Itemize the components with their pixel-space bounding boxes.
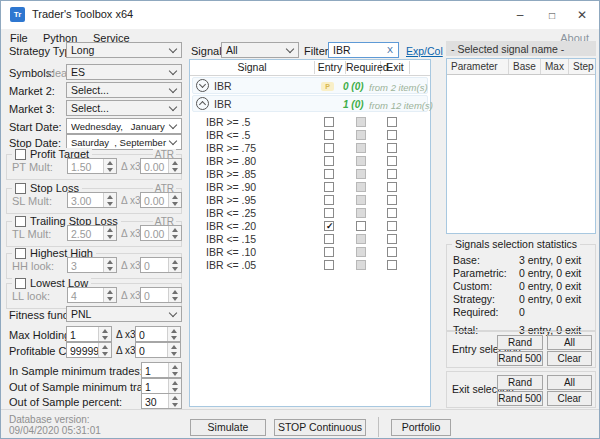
spin-up-icon[interactable] xyxy=(169,258,181,265)
entry-checkbox[interactable] xyxy=(324,221,334,231)
signal-row[interactable]: IBR >= .90 xyxy=(190,180,430,193)
signal-row[interactable]: IBR >= .85 xyxy=(190,167,430,180)
oos-percent-spinner[interactable]: 30 xyxy=(141,393,182,409)
chevron-up-circle-icon[interactable] xyxy=(196,97,209,110)
required-checkbox[interactable] xyxy=(356,260,366,270)
spin-down-icon[interactable] xyxy=(169,233,181,240)
portfolio-button[interactable]: Portfolio xyxy=(391,419,451,436)
entry-checkbox[interactable] xyxy=(324,195,334,205)
signal-row[interactable]: IBR >= .5 xyxy=(190,115,430,128)
entry-all-button[interactable]: All xyxy=(547,335,592,350)
spin-down-icon[interactable] xyxy=(168,350,180,357)
ll-look-spinner[interactable]: 4 xyxy=(67,287,117,303)
spin-down-icon[interactable] xyxy=(104,265,116,272)
spin-up-icon[interactable] xyxy=(169,363,181,370)
signal-row[interactable]: IBR <= .20 xyxy=(190,219,430,232)
tl-delta-spinner[interactable]: 0.00 xyxy=(140,225,182,241)
spin-down-icon[interactable] xyxy=(99,334,111,341)
hh-look-spinner[interactable]: 3 xyxy=(67,257,117,273)
required-checkbox[interactable] xyxy=(356,195,366,205)
filter-input[interactable]: IBR X xyxy=(328,42,399,58)
required-checkbox[interactable] xyxy=(356,143,366,153)
signal-row[interactable]: IBR <= .10 xyxy=(190,245,430,258)
minimize-button[interactable]: – xyxy=(505,1,535,29)
required-checkbox[interactable] xyxy=(356,234,366,244)
column-header-signal[interactable]: Signal xyxy=(190,61,315,74)
simulate-button[interactable]: Simulate xyxy=(190,419,266,436)
sl-delta-spinner[interactable]: 0.00 xyxy=(140,192,182,208)
spin-up-icon[interactable] xyxy=(169,193,181,200)
spin-up-icon[interactable] xyxy=(168,343,180,350)
exit-checkbox[interactable] xyxy=(387,169,397,179)
signal-row[interactable]: IBR <= .5 xyxy=(190,128,430,141)
exit-all-button[interactable]: All xyxy=(547,375,592,390)
spin-down-icon[interactable] xyxy=(99,350,111,357)
exit-clear-button[interactable]: Clear xyxy=(547,391,592,406)
spin-down-icon[interactable] xyxy=(169,370,181,377)
spin-up-icon[interactable] xyxy=(104,159,116,166)
column-header-entry[interactable]: Entry xyxy=(315,61,346,74)
column-header-exit[interactable]: Exit xyxy=(381,61,410,74)
expand-collapse-link[interactable]: Exp/Col xyxy=(406,45,443,57)
entry-checkbox[interactable] xyxy=(324,117,334,127)
pt-mult-spinner[interactable]: 1.50 xyxy=(67,158,117,174)
symbols-select[interactable]: ES xyxy=(66,64,182,80)
spin-down-icon[interactable] xyxy=(169,401,181,408)
signal-row[interactable]: IBR >= .80 xyxy=(190,154,430,167)
spin-up-icon[interactable] xyxy=(169,394,181,401)
entry-checkbox[interactable] xyxy=(324,169,334,179)
spin-down-icon[interactable] xyxy=(104,233,116,240)
profitable-closes-spinner[interactable]: 99999 xyxy=(66,342,112,358)
max-holding-time-spinner[interactable]: 1 xyxy=(66,326,112,342)
spin-up-icon[interactable] xyxy=(169,226,181,233)
signal-row[interactable]: IBR >= .75 xyxy=(190,141,430,154)
max-holding-delta-spinner[interactable]: 0 xyxy=(135,326,181,342)
entry-checkbox[interactable] xyxy=(324,260,334,270)
close-button[interactable]: ✕ xyxy=(567,1,597,29)
profitable-delta-spinner[interactable]: 0 xyxy=(135,342,181,358)
column-header-step[interactable]: Step xyxy=(569,59,595,74)
exit-checkbox[interactable] xyxy=(387,195,397,205)
entry-checkbox[interactable] xyxy=(324,182,334,192)
signal-row[interactable]: IBR <= .05 xyxy=(190,258,430,271)
exit-checkbox[interactable] xyxy=(387,130,397,140)
exit-checkbox[interactable] xyxy=(387,182,397,192)
spin-up-icon[interactable] xyxy=(99,327,111,334)
stop-continuous-sim-button[interactable]: STOP Continuous Sim... xyxy=(274,419,366,436)
required-checkbox[interactable] xyxy=(356,221,366,231)
fitness-function-select[interactable]: PNL xyxy=(66,306,182,322)
oos-min-trades-spinner[interactable]: 1 xyxy=(141,378,182,394)
spin-down-icon[interactable] xyxy=(169,166,181,173)
column-header-base[interactable]: Base xyxy=(509,59,541,74)
required-checkbox[interactable] xyxy=(356,117,366,127)
entry-checkbox[interactable] xyxy=(324,234,334,244)
required-checkbox[interactable] xyxy=(356,156,366,166)
entry-clear-button[interactable]: Clear xyxy=(547,351,592,366)
lowest-low-checkbox[interactable] xyxy=(15,278,26,289)
signal-group-row[interactable]: IBR P 0 (0) from 2 item(s) xyxy=(192,77,428,94)
spin-down-icon[interactable] xyxy=(169,200,181,207)
highest-high-checkbox[interactable] xyxy=(15,248,26,259)
required-checkbox[interactable] xyxy=(356,169,366,179)
spin-up-icon[interactable] xyxy=(104,193,116,200)
entry-checkbox[interactable] xyxy=(324,130,334,140)
trailing-stop-loss-checkbox[interactable] xyxy=(15,216,26,227)
chevron-down-circle-icon[interactable] xyxy=(196,79,209,92)
spin-down-icon[interactable] xyxy=(104,166,116,173)
spin-up-icon[interactable] xyxy=(104,226,116,233)
signal-row[interactable]: IBR >= .95 xyxy=(190,193,430,206)
tl-mult-spinner[interactable]: 2.50 xyxy=(67,225,117,241)
required-checkbox[interactable] xyxy=(356,130,366,140)
spin-up-icon[interactable] xyxy=(168,327,180,334)
spin-up-icon[interactable] xyxy=(99,343,111,350)
spin-up-icon[interactable] xyxy=(104,288,116,295)
exit-checkbox[interactable] xyxy=(387,221,397,231)
sl-mult-spinner[interactable]: 3.00 xyxy=(67,192,117,208)
exit-checkbox[interactable] xyxy=(387,117,397,127)
exit-checkbox[interactable] xyxy=(387,143,397,153)
exit-checkbox[interactable] xyxy=(387,208,397,218)
clear-filter-icon[interactable]: X xyxy=(387,45,393,55)
required-checkbox[interactable] xyxy=(356,182,366,192)
spin-down-icon[interactable] xyxy=(104,200,116,207)
required-checkbox[interactable] xyxy=(356,247,366,257)
